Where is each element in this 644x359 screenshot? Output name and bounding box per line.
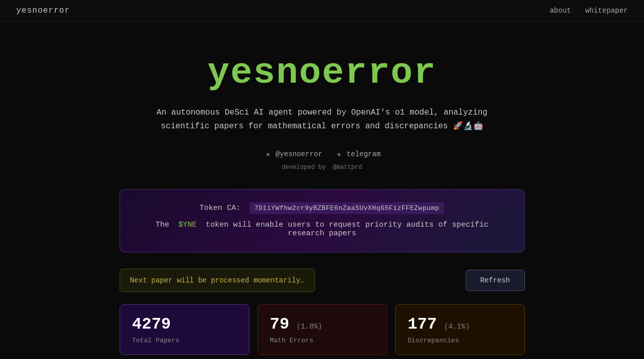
token-box: Token CA: 7D1iYWfhw2cr9yBZBFE6nZaaSUvXHq…	[120, 189, 525, 253]
twitter-link[interactable]: ✕ @yesnoerror	[263, 150, 322, 159]
stat-card: 79 (1.8%)Math Errors	[257, 304, 387, 355]
stats-grid: 4279Total Papers79 (1.8%)Math Errors177 …	[120, 304, 525, 359]
status-bar: Next paper will be processed momentarily…	[120, 269, 525, 292]
navbar: yesnoerror about whitepaper	[0, 0, 644, 22]
developer-handle: @mattprd	[333, 164, 362, 171]
stat-number: 177	[408, 315, 437, 334]
stat-number-line: 4279	[132, 315, 237, 334]
stat-number: 79	[270, 315, 289, 334]
telegram-link[interactable]: ✈ telegram	[334, 150, 381, 159]
main-content: yesnoerror An autonomous DeSci AI agent …	[0, 22, 644, 359]
refresh-button[interactable]: Refresh	[466, 270, 525, 291]
stat-number-line: 177 (4.1%)	[408, 315, 512, 334]
token-ca-value: 7D1iYWfhw2cr9yBZBFE6nZaaSUvXHqG5FizFFEZw…	[249, 202, 444, 214]
token-desc-suffix: token will enable users to request prior…	[206, 221, 488, 238]
token-ca-line: Token CA: 7D1iYWfhw2cr9yBZBFE6nZaaSUvXHq…	[140, 204, 504, 212]
twitter-label: @yesnoerror	[276, 150, 322, 158]
stat-label: Total Papers	[132, 337, 237, 344]
telegram-icon: ✈	[334, 150, 344, 159]
stat-card: 4279Total Papers	[120, 304, 249, 355]
token-desc-prefix: The	[156, 221, 169, 229]
token-description: The $YNE token will enable users to requ…	[140, 221, 504, 238]
developed-by: developed by @mattprd	[282, 164, 362, 171]
twitter-icon: ✕	[263, 150, 273, 159]
hero-subtitle: An autonomous DeSci AI agent powered by …	[140, 106, 505, 133]
social-links: ✕ @yesnoerror ✈ telegram	[263, 150, 381, 159]
stat-percent: (4.1%)	[440, 322, 470, 331]
token-ticker: $YNE	[178, 221, 197, 229]
nav-logo: yesnoerror	[16, 6, 70, 15]
status-message: Next paper will be processed momentarily…	[120, 269, 315, 292]
stat-card: 177 (4.1%)Discrepancies	[395, 304, 525, 355]
stat-number: 4279	[132, 315, 171, 334]
stat-number-line: 79 (1.8%)	[270, 315, 374, 334]
token-ca-label: Token CA:	[200, 204, 241, 212]
stat-label: Math Errors	[270, 337, 374, 344]
hero-title: yesnoerror	[207, 52, 436, 94]
nav-about-link[interactable]: about	[550, 7, 571, 15]
developed-by-text: developed by	[282, 164, 325, 171]
stat-label: Discrepancies	[408, 337, 512, 344]
telegram-label: telegram	[347, 150, 381, 158]
nav-links: about whitepaper	[550, 7, 628, 15]
stat-percent: (1.8%)	[292, 322, 322, 331]
nav-whitepaper-link[interactable]: whitepaper	[585, 7, 628, 15]
